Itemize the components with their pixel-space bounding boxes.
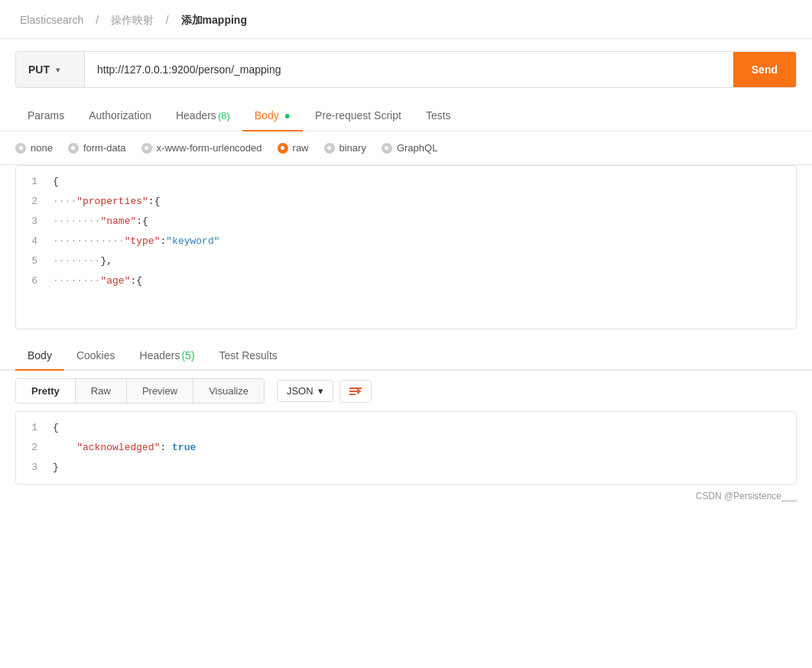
format-tab-group: Pretty Raw Preview Visualize <box>15 378 265 404</box>
watermark: CSDN @Persistence___ <box>0 485 812 507</box>
code-line-3: 3 ········"name":{ <box>16 212 796 232</box>
line-content-5: ········}, <box>47 251 796 271</box>
response-editor: 1 { 2 "acknowledged": true 3 } <box>15 411 797 485</box>
breadcrumb-part2[interactable]: 操作映射 <box>111 14 154 26</box>
line-num-3: 3 <box>16 212 47 232</box>
radio-raw[interactable]: raw <box>278 142 309 154</box>
resp-headers-badge: (5) <box>181 349 194 362</box>
wrap-button[interactable] <box>339 380 372 403</box>
breadcrumb-part1[interactable]: Elasticsearch <box>20 14 83 26</box>
request-code: 1 { 2 ····"properties":{ 3 ········"name… <box>16 166 796 297</box>
format-tab-preview[interactable]: Preview <box>127 379 193 403</box>
response-tabs: Body Cookies Headers(5) Test Results <box>0 342 812 371</box>
resp-tab-body[interactable]: Body <box>15 342 64 369</box>
method-label: PUT <box>28 63 50 76</box>
code-line-4: 4 ············"type":"keyword" <box>16 232 796 251</box>
tab-headers[interactable]: Headers(8) <box>164 100 242 131</box>
line-num-2: 2 <box>16 192 47 212</box>
resp-line-content-2: "acknowledged": true <box>47 438 796 458</box>
request-bar: PUT ▾ Send <box>15 51 797 88</box>
resp-line-content-1: { <box>47 418 796 438</box>
format-tab-pretty[interactable]: Pretty <box>16 379 76 403</box>
body-type-row: none form-data x-www-form-urlencoded raw… <box>0 131 812 165</box>
chevron-down-icon: ▾ <box>56 66 60 74</box>
body-dot: ● <box>284 109 291 122</box>
resp-code-line-1: 1 { <box>16 418 796 438</box>
breadcrumb-sep1: / <box>96 14 99 26</box>
line-num-4: 4 <box>16 232 47 251</box>
line-content-6: ········"age":{ <box>47 271 796 291</box>
line-content-1: { <box>47 172 796 192</box>
line-num-6: 6 <box>16 271 47 291</box>
radio-none[interactable]: none <box>15 142 53 154</box>
method-selector[interactable]: PUT ▾ <box>16 52 85 87</box>
resp-code-line-2: 2 "acknowledged": true <box>16 438 796 458</box>
radio-graphql-circle <box>382 143 392 154</box>
line-content-3: ········"name":{ <box>47 212 796 232</box>
format-tab-visualize[interactable]: Visualize <box>193 379 264 403</box>
radio-graphql[interactable]: GraphQL <box>382 142 437 154</box>
tab-tests[interactable]: Tests <box>414 100 463 131</box>
resp-line-num-2: 2 <box>16 438 47 458</box>
code-line-2: 2 ····"properties":{ <box>16 192 796 212</box>
code-line-6: 6 ········"age":{ <box>16 271 796 291</box>
radio-binary-circle <box>324 143 335 154</box>
resp-tab-cookies[interactable]: Cookies <box>64 342 128 369</box>
code-line-5: 5 ········}, <box>16 251 796 271</box>
request-editor[interactable]: 1 { 2 ····"properties":{ 3 ········"name… <box>15 165 797 329</box>
resp-line-num-3: 3 <box>16 458 47 478</box>
resp-code-line-3: 3 } <box>16 458 796 478</box>
tab-params[interactable]: Params <box>15 100 76 131</box>
resp-line-num-1: 1 <box>16 418 47 438</box>
radio-form-data-circle <box>68 143 79 154</box>
radio-form-data[interactable]: form-data <box>68 142 126 154</box>
wrap-icon <box>348 385 363 397</box>
radio-x-www[interactable]: x-www-form-urlencoded <box>141 142 262 154</box>
json-format-label: JSON <box>287 385 313 397</box>
tab-body[interactable]: Body ● <box>242 100 303 131</box>
radio-none-circle <box>15 143 26 154</box>
resp-tab-test-results[interactable]: Test Results <box>207 342 290 369</box>
radio-raw-circle <box>278 143 288 154</box>
tab-authorization[interactable]: Authorization <box>76 100 164 131</box>
breadcrumb: Elasticsearch / 操作映射 / 添加mapping <box>0 0 812 39</box>
format-tab-raw[interactable]: Raw <box>76 379 127 403</box>
breadcrumb-sep2: / <box>166 14 169 26</box>
headers-badge: (8) <box>218 110 230 122</box>
code-line-1: 1 { <box>16 172 796 192</box>
send-button[interactable]: Send <box>733 52 796 87</box>
tab-prerequest[interactable]: Pre-request Script <box>303 100 414 131</box>
radio-binary[interactable]: binary <box>324 142 366 154</box>
radio-x-www-circle <box>141 143 152 154</box>
response-code: 1 { 2 "acknowledged": true 3 } <box>16 412 796 484</box>
line-num-5: 5 <box>16 251 47 271</box>
resp-line-content-3: } <box>47 458 796 478</box>
url-input[interactable] <box>85 52 733 87</box>
request-tabs: Params Authorization Headers(8) Body ● P… <box>0 100 812 131</box>
json-format-select[interactable]: JSON ▾ <box>277 380 333 402</box>
resp-tab-headers[interactable]: Headers(5) <box>128 342 207 369</box>
line-content-4: ············"type":"keyword" <box>47 232 796 251</box>
response-section: Body Cookies Headers(5) Test Results Pre… <box>0 342 812 485</box>
format-toolbar: Pretty Raw Preview Visualize JSON ▾ <box>0 371 812 411</box>
chevron-down-icon: ▾ <box>318 385 323 397</box>
line-content-2: ····"properties":{ <box>47 192 796 212</box>
line-num-1: 1 <box>16 172 47 192</box>
breadcrumb-current: 添加mapping <box>181 14 247 26</box>
